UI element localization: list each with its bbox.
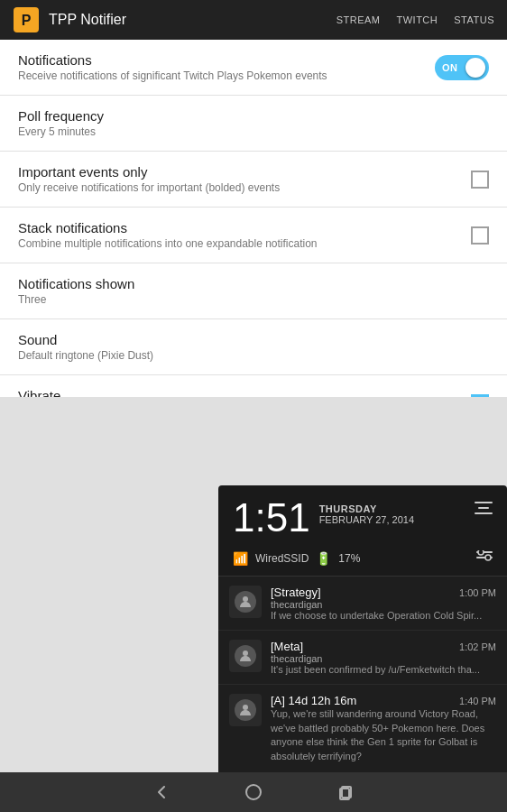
lockscreen-date: FEBRUARY 27, 2014 xyxy=(319,514,414,525)
notif-icon-3 xyxy=(229,694,262,726)
notif-1-time: 1:00 PM xyxy=(459,587,496,598)
lockscreen-header: 1:51 THURSDAY FEBRUARY 27, 2014 xyxy=(218,485,507,545)
setting-notifications[interactable]: Notifications Receive notifications of s… xyxy=(0,40,507,96)
notif-1-body: If we choose to undertake Operation Cold… xyxy=(271,610,496,621)
notif-2-body: It's just been confirmed by /u/Femketwit… xyxy=(271,664,496,675)
setting-notif-shown-title: Notifications shown xyxy=(18,276,489,291)
setting-important-subtitle: Only receive notifications for important… xyxy=(18,181,471,194)
notif-2-time: 1:02 PM xyxy=(459,641,496,652)
svg-rect-2 xyxy=(475,502,493,503)
setting-sound-subtitle: Default ringtone (Pixie Dust) xyxy=(18,349,489,362)
nav-bar xyxy=(0,772,507,812)
notif-2-user: thecardigan xyxy=(271,653,496,664)
lockscreen-time: 1:51 xyxy=(233,498,310,538)
notif-3-category: [A] 14d 12h 16m xyxy=(271,694,356,707)
ssid-text: WiredSSID xyxy=(255,552,309,565)
setting-important-events[interactable]: Important events only Only receive notif… xyxy=(0,152,507,208)
lockscreen-overlay: 1:51 THURSDAY FEBRUARY 27, 2014 📶 WiredS… xyxy=(218,485,507,772)
notif-1-category: [Strategy] xyxy=(271,586,321,599)
top-bar: P TPP Notifier STREAM TWITCH STATUS xyxy=(0,0,507,40)
svg-point-10 xyxy=(243,651,248,656)
svg-point-6 xyxy=(478,550,484,555)
toggle-on-label: ON xyxy=(442,62,458,73)
battery-icon: 🔋 xyxy=(316,551,331,566)
setting-notifications-title: Notifications xyxy=(18,52,435,68)
notification-1[interactable]: [Strategy] 1:00 PM thecardigan If we cho… xyxy=(218,577,507,631)
wifi-icon: 📶 xyxy=(233,551,248,566)
svg-text:P: P xyxy=(22,13,32,28)
nav-twitch[interactable]: TWITCH xyxy=(396,14,438,25)
recents-button[interactable] xyxy=(336,782,355,802)
setting-notifications-subtitle: Receive notifications of significant Twi… xyxy=(18,69,435,82)
nav-stream[interactable]: STREAM xyxy=(336,14,381,25)
stack-notifications-checkbox[interactable] xyxy=(471,226,489,245)
setting-poll-title: Poll frequency xyxy=(18,108,489,124)
important-events-checkbox[interactable] xyxy=(471,171,489,189)
setting-stack-title: Stack notifications xyxy=(18,220,471,235)
setting-sound[interactable]: Sound Default ringtone (Pixie Dust) xyxy=(0,319,507,375)
setting-stack-subtitle: Combine multiple notifications into one … xyxy=(18,237,471,250)
notif-3-body: Yup, we're still wandering around Victor… xyxy=(271,707,496,763)
svg-point-8 xyxy=(485,555,491,560)
setting-notifications-shown[interactable]: Notifications shown Three xyxy=(0,263,507,319)
back-button[interactable] xyxy=(152,782,171,802)
sliders-icon[interactable] xyxy=(476,550,493,567)
notif-icon-1 xyxy=(229,586,262,618)
notifications-toggle[interactable]: ON xyxy=(435,55,489,80)
setting-important-title: Important events only xyxy=(18,164,471,180)
setting-notif-shown-subtitle: Three xyxy=(18,293,489,306)
svg-rect-4 xyxy=(475,512,493,514)
svg-point-12 xyxy=(246,785,261,799)
setting-poll-subtitle: Every 5 minutes xyxy=(18,125,489,138)
notif-1-user: thecardigan xyxy=(271,599,496,610)
nav-status[interactable]: STATUS xyxy=(454,14,494,25)
lockscreen-settings-icon[interactable] xyxy=(475,502,493,518)
app-title: TPP Notifier xyxy=(49,12,336,28)
notification-3[interactable]: [A] 14d 12h 16m 1:40 PM Yup, we're still… xyxy=(218,685,507,772)
notification-2[interactable]: [Meta] 1:02 PM thecardigan It's just bee… xyxy=(218,631,507,685)
svg-rect-3 xyxy=(478,507,489,509)
notif-icon-2 xyxy=(229,640,262,672)
svg-point-9 xyxy=(243,596,248,602)
setting-sound-title: Sound xyxy=(18,332,489,347)
notif-3-time: 1:40 PM xyxy=(459,696,496,706)
setting-poll-frequency[interactable]: Poll frequency Every 5 minutes xyxy=(0,96,507,152)
app-logo: P xyxy=(13,6,40,33)
top-nav: STREAM TWITCH STATUS xyxy=(336,14,494,25)
svg-point-11 xyxy=(243,705,248,710)
lockscreen-day: THURSDAY xyxy=(319,503,414,514)
lockscreen-status-bar: 📶 WiredSSID 🔋 17% xyxy=(218,545,507,577)
setting-stack-notifications[interactable]: Stack notifications Combine multiple not… xyxy=(0,208,507,263)
home-button[interactable] xyxy=(244,782,263,802)
battery-text: 17% xyxy=(338,552,360,565)
toggle-knob xyxy=(466,58,485,78)
notif-2-category: [Meta] xyxy=(271,640,303,653)
